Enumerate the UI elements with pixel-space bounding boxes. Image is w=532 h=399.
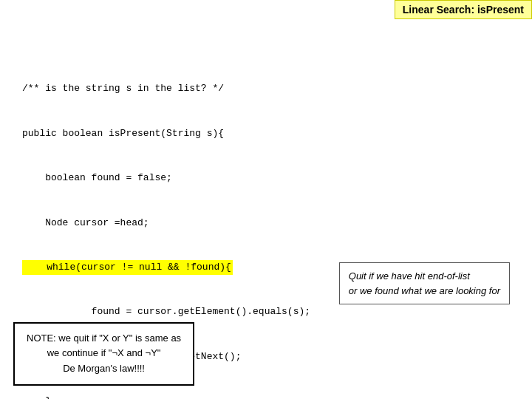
code-line-2: public boolean isPresent(String s){ bbox=[22, 126, 310, 141]
code-line-1: /** is the string s in the list? */ bbox=[22, 81, 310, 96]
title-bar: Linear Search: isPresent bbox=[395, 0, 532, 19]
tooltip-box: Quit if we have hit end-of-list or we fo… bbox=[339, 262, 510, 304]
code-line-4: Node cursor =head; bbox=[22, 216, 310, 231]
tooltip-line1: Quit if we have hit end-of-list bbox=[349, 270, 470, 282]
highlighted-while-line: while(cursor != null && !found){ bbox=[22, 260, 233, 275]
note-box: NOTE: we quit if "X or Y" is same as we … bbox=[13, 322, 194, 386]
tooltip-line2: or we found what we are looking for bbox=[349, 285, 500, 296]
code-line-6: found = cursor.getElement().equals(s); bbox=[22, 304, 310, 319]
title-label: Linear Search: isPresent bbox=[403, 4, 524, 16]
code-line-3: boolean found = false; bbox=[22, 171, 310, 185]
code-line-8: } bbox=[22, 394, 310, 399]
note-line3: De Morgan's law!!!! bbox=[63, 363, 145, 374]
code-line-5: while(cursor != null && !found){ bbox=[22, 260, 310, 275]
note-line2: we continue if "¬X and ¬Y" bbox=[47, 347, 161, 358]
note-line1: NOTE: we quit if "X or Y" is same as bbox=[27, 332, 181, 344]
